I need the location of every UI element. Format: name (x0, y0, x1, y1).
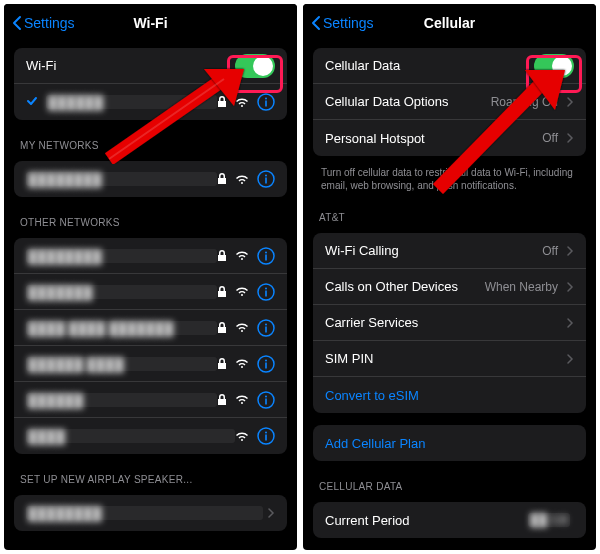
svg-rect-17 (265, 362, 267, 368)
back-button[interactable]: Settings (311, 15, 374, 31)
cellular-main-group: Cellular Data Cellular Data Options Roam… (313, 48, 586, 156)
airplay-header: SET UP NEW AIRPLAY SPEAKER... (4, 460, 297, 489)
usage-group: Current Period ██ GB (313, 502, 586, 538)
wifi-calling-row[interactable]: Wi-Fi Calling Off (313, 233, 586, 269)
network-name: ████ (26, 429, 235, 443)
svg-rect-2 (265, 101, 267, 107)
wifi-label: Wi-Fi (26, 58, 235, 73)
connected-network-name: ██████ (46, 95, 217, 109)
cellular-settings-screen: Settings Cellular Cellular Data Cellular… (303, 4, 596, 550)
network-icons (217, 93, 275, 111)
network-row[interactable]: ███████ (14, 274, 287, 310)
back-label: Settings (24, 15, 75, 31)
personal-hotspot-row[interactable]: Personal Hotspot Off (313, 120, 586, 156)
cellular-data-toggle[interactable] (534, 54, 574, 78)
lock-icon (217, 173, 227, 185)
wifi-icon (235, 431, 249, 442)
network-row[interactable]: ████ ████ ███████ (14, 310, 287, 346)
lock-icon (217, 250, 227, 262)
sim-pin-row[interactable]: SIM PIN (313, 341, 586, 377)
network-name: ████████ (26, 249, 217, 263)
cellular-data-label: Cellular Data (325, 58, 534, 73)
info-icon[interactable] (257, 170, 275, 188)
wifi-icon (235, 97, 249, 108)
convert-esim-label: Convert to eSIM (325, 388, 574, 403)
info-icon[interactable] (257, 93, 275, 111)
carrier-services-label: Carrier Services (325, 315, 562, 330)
network-row[interactable]: ████████ (14, 161, 287, 197)
hotspot-value: Off (542, 131, 558, 145)
carrier-services-row[interactable]: Carrier Services (313, 305, 586, 341)
network-name: ██████ (26, 393, 217, 407)
carrier-header: AT&T (303, 198, 596, 227)
network-name: ███████ (26, 285, 217, 299)
svg-point-4 (265, 175, 267, 177)
network-icons (217, 170, 275, 188)
svg-rect-5 (265, 178, 267, 184)
wifi-toggle-row[interactable]: Wi-Fi (14, 48, 287, 84)
cellular-data-section-header: CELLULAR DATA (303, 467, 596, 496)
wifi-icon (235, 174, 249, 185)
airplay-row[interactable]: ████████ (14, 495, 287, 531)
my-networks-header: MY NETWORKS (4, 126, 297, 155)
info-icon[interactable] (257, 427, 275, 445)
hotspot-label: Personal Hotspot (325, 131, 542, 146)
svg-point-16 (265, 359, 267, 361)
current-period-label: Current Period (325, 513, 528, 528)
wifi-settings-screen: Settings Wi-Fi Wi-Fi ██████ MY NETWORKS … (4, 4, 297, 550)
chevron-left-icon (12, 15, 22, 31)
cellular-options-value: Roaming On (491, 95, 558, 109)
wifi-icon (235, 358, 249, 369)
network-row[interactable]: ████ (14, 418, 287, 454)
info-icon[interactable] (257, 319, 275, 337)
svg-point-13 (265, 323, 267, 325)
lock-icon (217, 286, 227, 298)
calls-other-devices-row[interactable]: Calls on Other Devices When Nearby (313, 269, 586, 305)
chevron-right-icon (566, 317, 574, 329)
chevron-right-icon (267, 507, 275, 519)
cellular-options-row[interactable]: Cellular Data Options Roaming On (313, 84, 586, 120)
network-row[interactable]: ██████ ████ (14, 346, 287, 382)
svg-rect-14 (265, 326, 267, 332)
chevron-right-icon (566, 281, 574, 293)
svg-point-1 (265, 98, 267, 100)
back-label: Settings (323, 15, 374, 31)
network-row[interactable]: ████████ (14, 238, 287, 274)
info-icon[interactable] (257, 283, 275, 301)
chevron-right-icon (566, 245, 574, 257)
calls-value: When Nearby (485, 280, 558, 294)
svg-point-10 (265, 287, 267, 289)
chevron-right-icon (566, 96, 574, 108)
cellular-data-row[interactable]: Cellular Data (313, 48, 586, 84)
network-row[interactable]: ██████ (14, 382, 287, 418)
back-button[interactable]: Settings (12, 15, 75, 31)
add-cellular-plan-row[interactable]: Add Cellular Plan (313, 425, 586, 461)
wifi-calling-value: Off (542, 244, 558, 258)
other-networks-group: ████████ ███████ ████ ████ ███████ █████… (14, 238, 287, 454)
svg-rect-8 (265, 254, 267, 260)
wifi-toggle[interactable] (235, 54, 275, 78)
wifi-icon (235, 286, 249, 297)
wifi-icon (235, 322, 249, 333)
carrier-group: Wi-Fi Calling Off Calls on Other Devices… (313, 233, 586, 413)
connected-network-row[interactable]: ██████ (14, 84, 287, 120)
lock-icon (217, 394, 227, 406)
lock-icon (217, 96, 227, 108)
wifi-calling-label: Wi-Fi Calling (325, 243, 542, 258)
svg-rect-11 (265, 290, 267, 296)
svg-point-7 (265, 251, 267, 253)
add-plan-group: Add Cellular Plan (313, 425, 586, 461)
lock-icon (217, 322, 227, 334)
wifi-icon (235, 250, 249, 261)
wifi-main-group: Wi-Fi ██████ (14, 48, 287, 120)
chevron-right-icon (566, 132, 574, 144)
nav-bar: Settings Cellular (303, 4, 596, 42)
svg-rect-23 (265, 435, 267, 441)
airplay-speaker-name: ████████ (26, 506, 263, 520)
svg-point-19 (265, 395, 267, 397)
info-icon[interactable] (257, 391, 275, 409)
my-networks-group: ████████ (14, 161, 287, 197)
info-icon[interactable] (257, 247, 275, 265)
convert-esim-row[interactable]: Convert to eSIM (313, 377, 586, 413)
info-icon[interactable] (257, 355, 275, 373)
